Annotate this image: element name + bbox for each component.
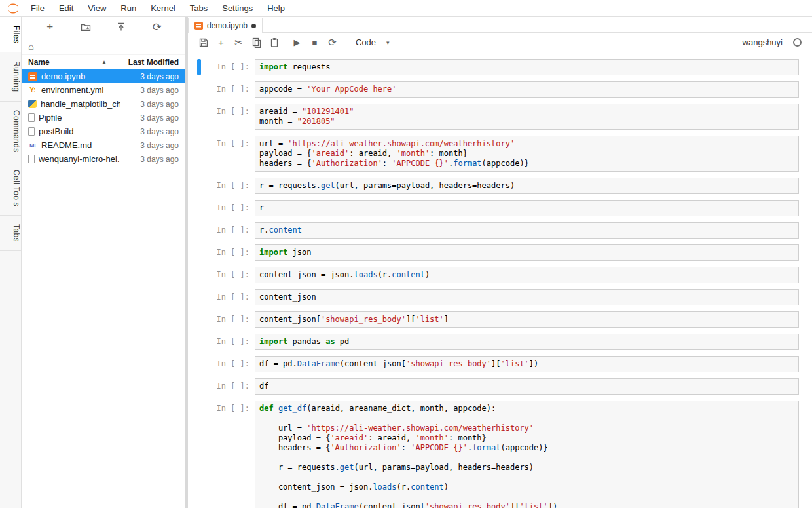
sidebar-tab-commands[interactable]: Commands: [0, 102, 21, 162]
menu-file[interactable]: File: [24, 0, 52, 16]
cell-code-editor[interactable]: import pandas as pd: [255, 334, 799, 350]
file-icon: [28, 127, 35, 136]
sidebar-tab-files[interactable]: Files: [0, 17, 21, 52]
menu-settings[interactable]: Settings: [215, 0, 260, 16]
cell-code-editor[interactable]: content_json: [255, 289, 799, 305]
notebook-cell[interactable]: In [ ]:import pandas as pd: [197, 334, 799, 350]
unsaved-changes-icon[interactable]: [251, 24, 256, 28]
notebook-cell[interactable]: In [ ]:import requests: [197, 59, 799, 75]
column-header-last-modified[interactable]: Last Modified: [120, 55, 185, 69]
cell-code-editor[interactable]: def get_df(areaid, areaname_dict, month,…: [255, 401, 799, 508]
notebook-cell[interactable]: In [ ]:r.content: [197, 222, 799, 239]
file-icon: [28, 113, 35, 122]
yaml-icon: [28, 86, 37, 95]
cell-input-prompt: In [ ]:: [202, 401, 255, 508]
cell-collapser[interactable]: [197, 311, 201, 328]
cell-code-editor[interactable]: r.content: [255, 222, 799, 239]
cell-type-dropdown[interactable]: Code ▾: [352, 36, 394, 49]
cell-collapser[interactable]: [197, 401, 201, 508]
menu-tabs[interactable]: Tabs: [183, 0, 215, 16]
sidebar-tab-tabs[interactable]: Tabs: [0, 216, 21, 251]
cell-code-editor[interactable]: import requests: [255, 59, 799, 75]
cell-collapser[interactable]: [197, 222, 201, 239]
menu-edit[interactable]: Edit: [52, 0, 81, 16]
cell-code-editor[interactable]: import json: [255, 244, 799, 261]
menu-help[interactable]: Help: [260, 0, 292, 16]
notebook-cell[interactable]: In [ ]:def get_df(areaid, areaname_dict,…: [197, 401, 799, 508]
cell-collapser[interactable]: [197, 59, 201, 75]
cell-code-editor[interactable]: r: [255, 200, 799, 216]
file-list-item[interactable]: README.md3 days ago: [22, 138, 185, 152]
notebook-cell[interactable]: In [ ]:import json: [197, 244, 799, 261]
cell-collapser[interactable]: [197, 104, 201, 130]
cell-collapser[interactable]: [197, 378, 201, 395]
cell-collapser[interactable]: [197, 289, 201, 305]
cell-collapser[interactable]: [197, 200, 201, 216]
cell-code-editor[interactable]: content_json['showapi_res_body']['list']: [255, 311, 799, 328]
file-list-item[interactable]: handle_matplotlib_chi...3 days ago: [22, 97, 185, 111]
cell-collapser[interactable]: [197, 244, 201, 261]
cell-code-editor[interactable]: df = pd.DataFrame(content_json['showapi_…: [255, 356, 799, 372]
code-line: [259, 414, 794, 423]
menu-run[interactable]: Run: [113, 0, 143, 16]
cell-code-editor[interactable]: r = requests.get(url, params=payload, he…: [255, 178, 799, 194]
cell-input-prompt: In [ ]:: [202, 136, 255, 172]
kernel-status-icon[interactable]: [793, 38, 802, 47]
file-list-item[interactable]: postBuild3 days ago: [22, 125, 185, 138]
cell-collapser[interactable]: [197, 178, 201, 194]
column-header-name[interactable]: Name ▲: [22, 58, 120, 67]
cell-collapser[interactable]: [197, 81, 201, 98]
tab-demo-ipynb[interactable]: demo.ipynb: [188, 18, 263, 33]
new-launcher-button[interactable]: +: [43, 20, 57, 34]
file-list-item[interactable]: environment.yml3 days ago: [22, 83, 185, 97]
cell-code-editor[interactable]: df: [255, 378, 799, 395]
cell-collapser[interactable]: [197, 356, 201, 372]
cell-collapser[interactable]: [197, 334, 201, 350]
refresh-file-list-button[interactable]: ⟳: [150, 20, 164, 34]
file-list-item[interactable]: wenquanyi-micro-hei...3 days ago: [22, 152, 185, 166]
file-name-label: README.md: [41, 140, 92, 150]
notebook-cell[interactable]: In [ ]:content_json = json.loads(r.conte…: [197, 267, 799, 283]
file-list-item[interactable]: Pipfile3 days ago: [22, 111, 185, 125]
cell-code-editor[interactable]: url = 'https://ali-weather.showapi.com/w…: [255, 136, 799, 172]
file-name-cell: wenquanyi-micro-hei...: [22, 154, 120, 164]
code-line: url = 'https://ali-weather.showapi.com/w…: [259, 139, 794, 149]
notebook-cell[interactable]: In [ ]:content_json['showapi_res_body'][…: [197, 311, 799, 328]
notebook-cell[interactable]: In [ ]:r: [197, 200, 799, 216]
run-button[interactable]: ▶: [288, 35, 306, 50]
home-icon[interactable]: ⌂: [28, 41, 34, 52]
python-icon: [28, 100, 37, 108]
sidebar-tab-running[interactable]: Running: [0, 52, 21, 102]
code-line: content_json['showapi_res_body']['list']: [259, 315, 794, 324]
copy-cells-button[interactable]: [248, 35, 265, 50]
notebook-cell[interactable]: In [ ]:r = requests.get(url, params=payl…: [197, 178, 799, 194]
stop-button[interactable]: ■: [306, 35, 323, 50]
restart-kernel-button[interactable]: ⟳: [323, 35, 341, 50]
notebook-content: In [ ]:import requestsIn [ ]:appcode = '…: [188, 52, 812, 508]
notebook-cell[interactable]: In [ ]:df: [197, 378, 799, 395]
cell-code-editor[interactable]: content_json = json.loads(r.content): [255, 267, 799, 283]
cell-collapser[interactable]: [197, 136, 201, 172]
cell-code-editor[interactable]: appcode = 'Your AppCode here': [255, 81, 799, 98]
file-list-item[interactable]: demo.ipynb3 days ago: [22, 69, 185, 83]
code-line: headers = {'Authorization': 'APPCODE {}'…: [259, 159, 794, 168]
notebook-cell[interactable]: In [ ]:areaid = "101291401"month = "2018…: [197, 104, 799, 130]
upload-icon[interactable]: [114, 20, 128, 34]
cut-cells-button[interactable]: ✂: [230, 35, 248, 50]
add-cell-button[interactable]: +: [212, 35, 230, 50]
paste-cells-button[interactable]: [265, 35, 283, 50]
cell-input-prompt: In [ ]:: [202, 178, 255, 194]
notebook-cell[interactable]: In [ ]:df = pd.DataFrame(content_json['s…: [197, 356, 799, 372]
notebook-cell[interactable]: In [ ]:url = 'https://ali-weather.showap…: [197, 136, 799, 172]
menu-view[interactable]: View: [81, 0, 113, 16]
menu-kernel[interactable]: Kernel: [143, 0, 183, 16]
notebook-cell[interactable]: In [ ]:content_json: [197, 289, 799, 305]
notebook-cell[interactable]: In [ ]:appcode = 'Your AppCode here': [197, 81, 799, 98]
cell-input-prompt: In [ ]:: [202, 267, 255, 283]
file-name-cell: postBuild: [22, 127, 120, 136]
sidebar-tab-cell-tools[interactable]: Cell Tools: [0, 161, 21, 216]
save-button[interactable]: [194, 35, 212, 50]
cell-code-editor[interactable]: areaid = "101291401"month = "201805": [255, 104, 799, 130]
new-folder-button[interactable]: [79, 20, 93, 34]
cell-collapser[interactable]: [197, 267, 201, 283]
